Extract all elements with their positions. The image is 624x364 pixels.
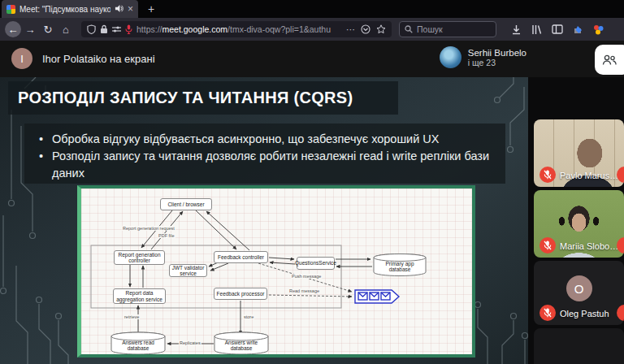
search-input[interactable] [417,24,482,34]
diagram-node-questions-service: QuestionsService [297,257,335,270]
home-button[interactable]: ⌂ [57,24,75,36]
tracking-shield-icon[interactable] [87,24,96,34]
participant-tile-oleg[interactable]: O Oleg Pastuh [534,261,624,325]
diagram-node-feedback-controller: Feedback controller [214,251,268,263]
diagram-node-report-controller: Report generation controller [114,250,165,265]
participant-tile-pavlo[interactable]: Pavlo Marus… [534,119,624,187]
diagram-node-primary-db: Primary app database [374,260,426,273]
tab-title: Meet: "Підсумкова науков [20,5,110,14]
participant-group-more: і ще 23 [468,58,526,67]
diagram-node-jwt-validator: JWT validator service [169,264,207,277]
diagram-node-answers-read-db: Answers read database [111,340,165,351]
message-queue-icon [355,290,399,303]
extension-colorful-icon[interactable] [593,24,604,35]
mic-muted-icon [540,167,556,183]
participant-group-name: Serhii Burbelo [468,48,526,58]
diagram-edge-label: PDF file [158,233,176,238]
diagram-edge-label: store [243,314,254,319]
mic-muted-icon [617,305,624,321]
diagram-edge-label: Report generation request [122,226,176,231]
participant-name: Oleg Pastuh [560,309,609,318]
slide-bullet: Розподіл запису та читання дозволяє роби… [36,148,494,182]
library-icon[interactable] [531,24,542,35]
cqrs-architecture-diagram: Client / browser Report generation contr… [77,185,475,358]
browser-toolbar: ← → ↻ ⌂ https://meet.google.com/tmx-diva… [0,18,624,41]
close-tab-icon[interactable]: × [128,4,133,14]
search-box[interactable] [399,21,496,37]
sidebar-toggle-icon[interactable] [552,24,563,34]
mic-muted-icon [617,167,624,183]
slide-bullet-block: Обробка відгуку відбувається асинхронно,… [24,124,505,184]
participant-group-avatar [440,46,462,68]
meet-favicon-icon [6,5,15,14]
lock-icon[interactable] [100,24,108,34]
presenting-text: Ihor Polataiko на екрані [42,53,155,65]
search-icon [405,25,413,33]
meet-main-area: РОЗПОДІЛ ЗАПИСУ ТА ЧИТАННЯ (CQRS) Обробк… [0,77,624,364]
diagram-node-client: Client / browser [160,198,212,210]
participant-name: Mariia Slobo… [560,241,618,251]
url-overflow-icon[interactable]: ⋯ [346,24,355,35]
tab-audio-icon[interactable] [115,2,124,16]
reload-button[interactable]: ↻ [39,24,57,36]
mic-muted-icon [540,237,556,254]
diagram-edge-label: retrieve [124,314,140,319]
presenter-status: I Ihor Polataiko на екрані [11,48,155,69]
diagram-edge-label: Push message [291,274,322,279]
downloads-icon[interactable] [511,24,522,35]
presenter-avatar: I [11,48,32,69]
active-tab[interactable]: Meet: "Підсумкова науков × [2,0,138,18]
shared-screen-slide: РОЗПОДІЛ ЗАПИСУ ТА ЧИТАННЯ (CQRS) Обробк… [0,77,528,364]
meet-header: I Ihor Polataiko на екрані Serhii Burbel… [0,41,624,77]
participants-summary[interactable]: Serhii Burbelo і ще 23 [440,46,526,68]
mic-in-use-icon[interactable] [125,24,132,34]
mic-muted-icon [540,305,556,321]
diagram-node-answers-write-db: Answers write database [214,340,268,351]
people-icon [602,54,617,66]
participant-tile-mariia[interactable]: Mariia Slobo… [534,190,624,258]
diagram-node-report-aggregation: Report data aggregation service [113,288,166,304]
new-tab-button[interactable]: + [148,2,154,15]
pocket-icon[interactable] [361,24,370,34]
participant-tile-offscreen[interactable] [534,328,624,364]
slide-bullet: Обробка відгуку відбувається асинхронно,… [36,131,494,148]
diagram-edge-label: Replicates [179,340,202,345]
participant-avatar: O [566,275,592,301]
url-bar[interactable]: https://meet.google.com/tmx-diva-oqw?pli… [81,21,392,37]
permissions-icon[interactable] [112,25,121,33]
url-text: https://meet.google.com/tmx-diva-oqw?pli… [136,24,342,34]
mic-muted-icon [617,237,624,254]
back-button[interactable]: ← [5,21,21,37]
extension-blue-icon[interactable] [573,24,583,35]
slide-title: РОЗПОДІЛ ЗАПИСУ ТА ЧИТАННЯ (CQRS) [18,89,353,107]
participant-name: Pavlo Marus… [560,171,618,180]
forward-button[interactable]: → [21,24,39,36]
diagram-node-feedback-processor: Feedback processor [214,288,267,300]
participants-panel-button[interactable] [595,45,624,75]
browser-tab-bar: Meet: "Підсумкова науков × + [0,0,624,18]
bookmark-star-icon[interactable] [376,24,386,34]
diagram-edge-label: Read message [288,288,320,293]
slide-title-block: РОЗПОДІЛ ЗАПИСУ ТА ЧИТАННЯ (CQRS) [8,81,398,115]
